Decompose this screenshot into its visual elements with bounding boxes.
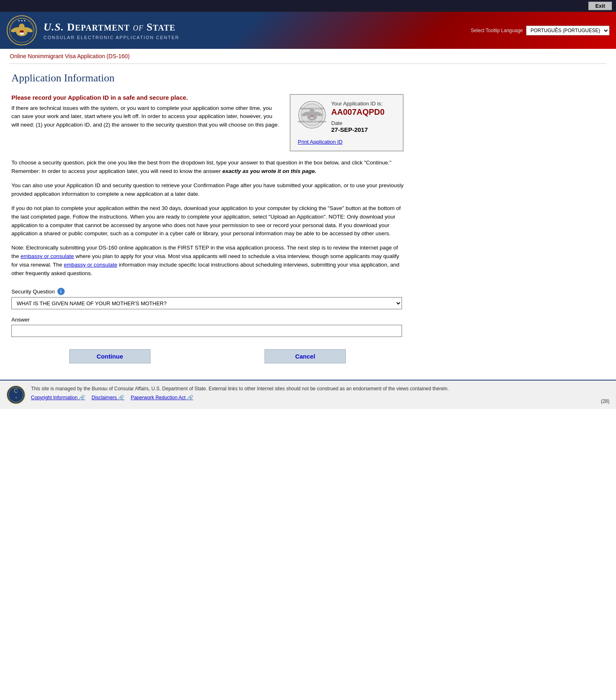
footer-content: This site is managed by the Bureau of Co… bbox=[31, 385, 595, 400]
tooltip-language-label: Select Tooltip Language bbox=[471, 28, 523, 33]
ceac-subtitle: CONSULAR ELECTRONIC APPLICATION CENTER bbox=[44, 35, 471, 40]
svg-point-5 bbox=[19, 24, 25, 29]
svg-text:✦: ✦ bbox=[21, 36, 23, 38]
button-row: Continue Cancel bbox=[11, 349, 404, 363]
page-title: Application Information bbox=[11, 72, 404, 84]
paperwork-reduction-link[interactable]: Paperwork Reduction Act 🔗 bbox=[131, 395, 193, 400]
footer-links: Copyright Information 🔗 Disclaimers 🔗 Pa… bbox=[31, 395, 595, 400]
department-name: U.S. DEPARTMENT of STATE bbox=[44, 21, 471, 33]
disclaimers-link[interactable]: Disclaimers 🔗 bbox=[92, 395, 124, 400]
svg-point-17 bbox=[310, 109, 315, 114]
card-seal: DEPARTMENT OF STATE UNITED STATES OF AME… bbox=[298, 101, 326, 129]
footer-managed-text: This site is managed by the Bureau of Co… bbox=[31, 385, 595, 392]
alert-heading: Please record your Application ID in a s… bbox=[11, 94, 280, 101]
breadcrumb-link[interactable]: Online Nonimmigrant Visa Application (DS… bbox=[10, 53, 130, 59]
top-bar: Exit bbox=[0, 0, 616, 12]
continue-button[interactable]: Continue bbox=[69, 349, 151, 363]
header-right: Select Tooltip Language PORTUGUÊS (PORTU… bbox=[471, 26, 609, 35]
svg-rect-20 bbox=[310, 115, 314, 117]
embassy-consulate-link-2[interactable]: embassy or consulate bbox=[64, 262, 117, 268]
security-question-info-icon[interactable]: i bbox=[57, 288, 65, 295]
svg-rect-8 bbox=[20, 31, 24, 33]
para5: Note: Electronically submitting your DS-… bbox=[11, 244, 404, 278]
answer-row: Answer bbox=[11, 317, 404, 337]
cancel-button[interactable]: Cancel bbox=[264, 349, 346, 363]
security-question-row: Security Question i WHAT IS THE GIVEN NA… bbox=[11, 288, 404, 309]
footer-page-number: (28) bbox=[601, 398, 609, 404]
header-seal: ★ ★ ★ ✦ DEPARTMENT OF STATE · UNITED STA… bbox=[7, 15, 37, 46]
app-id-label: Your Application ID is: bbox=[331, 101, 384, 107]
security-question-select[interactable]: WHAT IS THE GIVEN NAME OF YOUR MOTHER'S … bbox=[11, 297, 402, 309]
breadcrumb: Online Nonimmigrant Visa Application (DS… bbox=[0, 49, 616, 63]
svg-text:UNITED STATES OF AMERICA: UNITED STATES OF AMERICA bbox=[298, 120, 326, 123]
main-content: Application Information Please record yo… bbox=[0, 64, 415, 380]
alert-body-text: If there are technical issues with the s… bbox=[11, 104, 280, 129]
answer-input[interactable] bbox=[11, 325, 402, 337]
app-date-label: Date bbox=[331, 120, 384, 126]
app-id-card: DEPARTMENT OF STATE UNITED STATES OF AME… bbox=[290, 94, 404, 151]
para2: To choose a security question, pick the … bbox=[11, 159, 404, 176]
app-id-value: AA007AQPD0 bbox=[331, 107, 384, 117]
embassy-consulate-link-1[interactable]: embassy or consulate bbox=[21, 253, 74, 259]
header-title-block: U.S. DEPARTMENT of STATE CONSULAR ELECTR… bbox=[44, 21, 471, 40]
app-id-info: Your Application ID is: AA007AQPD0 Date … bbox=[331, 101, 384, 133]
footer-seal: C ★ bbox=[7, 385, 25, 404]
answer-label: Answer bbox=[11, 317, 404, 323]
para4: If you do not plan to complete your appl… bbox=[11, 204, 404, 238]
copyright-link[interactable]: Copyright Information 🔗 bbox=[31, 395, 85, 400]
svg-text:C: C bbox=[14, 387, 18, 394]
print-application-id-link[interactable]: Print Application ID bbox=[298, 139, 343, 145]
app-date-value: 27-SEP-2017 bbox=[331, 126, 384, 133]
exit-button[interactable]: Exit bbox=[588, 2, 612, 10]
form-section: Security Question i WHAT IS THE GIVEN NA… bbox=[11, 288, 404, 337]
header: ★ ★ ★ ✦ DEPARTMENT OF STATE · UNITED STA… bbox=[0, 12, 616, 49]
svg-text:★: ★ bbox=[15, 396, 17, 399]
app-id-card-inner: DEPARTMENT OF STATE UNITED STATES OF AME… bbox=[298, 101, 384, 133]
para3: You can also use your Application ID and… bbox=[11, 182, 404, 199]
footer: C ★ This site is managed by the Bureau o… bbox=[0, 380, 616, 409]
alert-section: Please record your Application ID in a s… bbox=[11, 94, 404, 151]
alert-text-block: Please record your Application ID in a s… bbox=[11, 94, 280, 151]
security-question-label: Security Question i bbox=[11, 288, 404, 295]
language-select[interactable]: PORTUGUÊS (PORTUGUESE) ENGLISH ESPAÑOL (… bbox=[526, 26, 609, 35]
svg-text:★ ★ ★: ★ ★ ★ bbox=[18, 20, 25, 22]
